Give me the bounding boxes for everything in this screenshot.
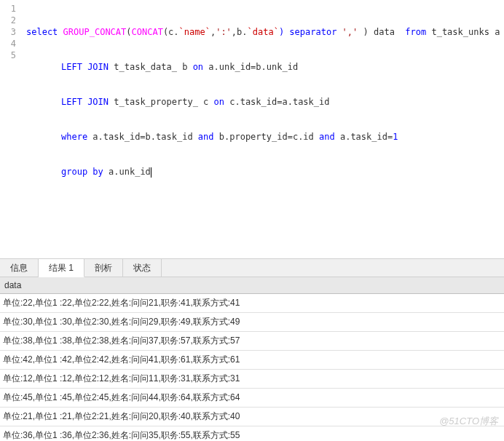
table-row[interactable]: 单位:21,单位1 :21,单位2:21,姓名:问问20,职务:40,联系方式:… [0,408,504,426]
table-row[interactable]: 单位:42,单位1 :42,单位2:42,姓名:问问41,职务:61,联系方式:… [0,351,504,370]
text-cursor [151,167,151,178]
code-line: select GROUP_CONCAT(CONCAT(c.`name`,':',… [26,26,504,38]
line-number-gutter: 1 2 3 4 5 [0,0,22,258]
code-content[interactable]: select GROUP_CONCAT(CONCAT(c.`name`,':',… [22,0,504,258]
tab-result-1[interactable]: 结果 1 [39,259,84,277]
table-row[interactable]: 单位:30,单位1 :30,单位2:30,姓名:问问29,职务:49,联系方式:… [0,313,504,332]
code-line: LEFT JOIN t_task_data_ b on a.unk_id=b.u… [26,61,504,73]
sql-editor[interactable]: 1 2 3 4 5 select GROUP_CONCAT(CONCAT(c.`… [0,0,504,258]
watermark-text: @51CTO博客 [439,415,498,428]
code-line: LEFT JOIN t_task_property_ c on c.task_i… [26,96,504,108]
results-grid[interactable]: data 单位:22,单位1 :22,单位2:22,姓名:问问21,职务:41,… [0,277,504,441]
line-number: 2 [0,15,16,26]
table-row[interactable]: 单位:22,单位1 :22,单位2:22,姓名:问问21,职务:41,联系方式:… [0,294,504,313]
line-number: 5 [0,49,16,61]
tab-info[interactable]: 信息 [0,259,39,277]
line-number: 1 [0,3,16,15]
table-row[interactable]: 单位:12,单位1 :12,单位2:12,姓名:问问11,职务:31,联系方式:… [0,370,504,389]
code-line: group by a.unk_id [26,166,504,178]
table-row[interactable]: 单位:38,单位1 :38,单位2:38,姓名:问问37,职务:57,联系方式:… [0,332,504,351]
line-number: 4 [0,38,16,49]
tab-profile[interactable]: 剖析 [84,259,123,277]
tab-status[interactable]: 状态 [123,259,162,277]
column-header-data[interactable]: data [0,277,504,294]
table-row[interactable]: 单位:45,单位1 :45,单位2:45,姓名:问问44,职务:64,联系方式:… [0,389,504,408]
line-number: 3 [0,26,16,38]
code-line: where a.task_id=b.task_id and b.property… [26,131,504,143]
table-row[interactable]: 单位:36,单位1 :36,单位2:36,姓名:问问35,职务:55,联系方式:… [0,426,504,441]
result-tabs: 信息 结果 1 剖析 状态 [0,258,504,277]
